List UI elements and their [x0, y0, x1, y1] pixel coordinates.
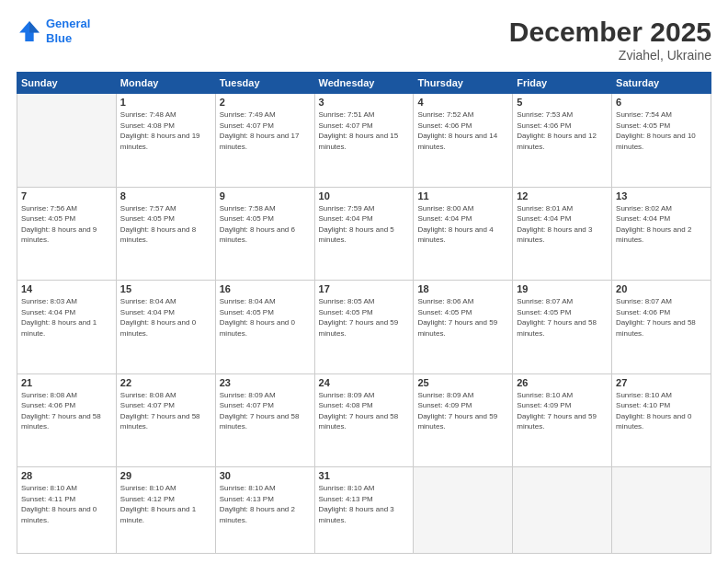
day-number: 8 [120, 190, 211, 201]
day-info: Sunrise: 8:03 AMSunset: 4:04 PMDaylight:… [21, 296, 112, 339]
svg-marker-1 [29, 21, 40, 32]
logo-icon [17, 18, 42, 44]
calendar-cell: 10Sunrise: 7:59 AMSunset: 4:04 PMDayligh… [314, 187, 414, 281]
calendar-cell: 14Sunrise: 8:03 AMSunset: 4:04 PMDayligh… [17, 281, 117, 374]
day-number: 9 [220, 190, 311, 201]
location: Zviahel, Ukraine [509, 48, 711, 63]
calendar-cell: 8Sunrise: 7:57 AMSunset: 4:05 PMDaylight… [116, 187, 215, 281]
day-info: Sunrise: 8:08 AMSunset: 4:06 PMDaylight:… [21, 390, 112, 432]
calendar-cell: 18Sunrise: 8:06 AMSunset: 4:05 PMDayligh… [414, 281, 513, 374]
day-info: Sunrise: 7:53 AMSunset: 4:06 PMDaylight:… [517, 109, 608, 152]
day-info: Sunrise: 8:10 AMSunset: 4:09 PMDaylight:… [517, 390, 608, 432]
day-info: Sunrise: 8:04 AMSunset: 4:04 PMDaylight:… [120, 296, 211, 339]
day-info: Sunrise: 8:05 AMSunset: 4:05 PMDaylight:… [319, 296, 410, 339]
day-number: 1 [120, 97, 211, 108]
calendar-cell: 31Sunrise: 8:10 AMSunset: 4:13 PMDayligh… [314, 467, 414, 554]
calendar-cell: 15Sunrise: 8:04 AMSunset: 4:04 PMDayligh… [116, 281, 215, 374]
day-number: 18 [417, 283, 508, 294]
calendar-cell: 20Sunrise: 8:07 AMSunset: 4:06 PMDayligh… [612, 281, 711, 374]
day-number: 11 [417, 190, 508, 201]
calendar-cell [612, 467, 711, 554]
calendar-week-0: 1Sunrise: 7:48 AMSunset: 4:08 PMDaylight… [17, 94, 711, 188]
calendar-cell [513, 467, 612, 554]
calendar-week-4: 28Sunrise: 8:10 AMSunset: 4:11 PMDayligh… [17, 467, 711, 554]
calendar-cell: 21Sunrise: 8:08 AMSunset: 4:06 PMDayligh… [17, 373, 117, 467]
calendar-cell: 7Sunrise: 7:56 AMSunset: 4:05 PMDaylight… [17, 187, 117, 281]
day-number: 6 [616, 97, 707, 108]
logo-line2: Blue [46, 31, 72, 45]
calendar-cell: 4Sunrise: 7:52 AMSunset: 4:06 PMDaylight… [414, 94, 513, 188]
day-info: Sunrise: 8:09 AMSunset: 4:09 PMDaylight:… [417, 390, 508, 432]
day-number: 5 [517, 97, 608, 108]
day-info: Sunrise: 8:07 AMSunset: 4:06 PMDaylight:… [616, 296, 707, 339]
day-info: Sunrise: 7:49 AMSunset: 4:07 PMDaylight:… [220, 109, 311, 152]
calendar-cell: 13Sunrise: 8:02 AMSunset: 4:04 PMDayligh… [612, 187, 711, 281]
calendar-cell [17, 94, 117, 188]
day-number: 14 [21, 283, 112, 294]
calendar-cell: 17Sunrise: 8:05 AMSunset: 4:05 PMDayligh… [314, 281, 414, 374]
calendar-cell: 3Sunrise: 7:51 AMSunset: 4:07 PMDaylight… [314, 94, 414, 188]
logo-line1: General [46, 17, 90, 30]
header: General Blue December 2025 Zviahel, Ukra… [17, 17, 711, 63]
day-info: Sunrise: 7:52 AMSunset: 4:06 PMDaylight:… [417, 109, 508, 152]
calendar-cell: 30Sunrise: 8:10 AMSunset: 4:13 PMDayligh… [215, 467, 314, 554]
day-number: 7 [21, 190, 112, 201]
day-number: 4 [417, 97, 508, 108]
day-number: 20 [616, 283, 707, 294]
title-block: December 2025 Zviahel, Ukraine [509, 17, 711, 63]
calendar-header-row: SundayMondayTuesdayWednesdayThursdayFrid… [17, 73, 711, 94]
col-header-wednesday: Wednesday [314, 73, 414, 94]
calendar-cell: 24Sunrise: 8:09 AMSunset: 4:08 PMDayligh… [314, 373, 414, 467]
day-info: Sunrise: 8:09 AMSunset: 4:07 PMDaylight:… [220, 390, 311, 432]
day-info: Sunrise: 8:06 AMSunset: 4:05 PMDaylight:… [417, 296, 508, 339]
calendar-cell: 5Sunrise: 7:53 AMSunset: 4:06 PMDaylight… [513, 94, 612, 188]
col-header-sunday: Sunday [17, 73, 117, 94]
col-header-friday: Friday [513, 73, 612, 94]
day-info: Sunrise: 7:59 AMSunset: 4:04 PMDaylight:… [319, 203, 410, 246]
calendar-cell: 27Sunrise: 8:10 AMSunset: 4:10 PMDayligh… [612, 373, 711, 467]
day-number: 17 [319, 283, 410, 294]
day-number: 23 [220, 377, 311, 388]
col-header-thursday: Thursday [414, 73, 513, 94]
page: General Blue December 2025 Zviahel, Ukra… [0, 0, 728, 563]
calendar-week-3: 21Sunrise: 8:08 AMSunset: 4:06 PMDayligh… [17, 373, 711, 467]
day-number: 26 [517, 377, 608, 388]
day-number: 3 [319, 97, 410, 108]
calendar-week-2: 14Sunrise: 8:03 AMSunset: 4:04 PMDayligh… [17, 281, 711, 374]
logo: General Blue [17, 17, 90, 45]
calendar-cell: 11Sunrise: 8:00 AMSunset: 4:04 PMDayligh… [414, 187, 513, 281]
day-number: 16 [220, 283, 311, 294]
col-header-saturday: Saturday [612, 73, 711, 94]
calendar-cell: 19Sunrise: 8:07 AMSunset: 4:05 PMDayligh… [513, 281, 612, 374]
day-number: 28 [21, 470, 112, 481]
day-info: Sunrise: 8:08 AMSunset: 4:07 PMDaylight:… [120, 390, 211, 432]
calendar-cell: 6Sunrise: 7:54 AMSunset: 4:05 PMDaylight… [612, 94, 711, 188]
day-info: Sunrise: 8:04 AMSunset: 4:05 PMDaylight:… [220, 296, 311, 339]
col-header-tuesday: Tuesday [215, 73, 314, 94]
day-number: 12 [517, 190, 608, 201]
day-number: 25 [417, 377, 508, 388]
calendar-cell: 23Sunrise: 8:09 AMSunset: 4:07 PMDayligh… [215, 373, 314, 467]
day-number: 27 [616, 377, 707, 388]
calendar-cell: 9Sunrise: 7:58 AMSunset: 4:05 PMDaylight… [215, 187, 314, 281]
day-info: Sunrise: 7:56 AMSunset: 4:05 PMDaylight:… [21, 203, 112, 246]
calendar-table: SundayMondayTuesdayWednesdayThursdayFrid… [17, 72, 711, 554]
day-info: Sunrise: 8:10 AMSunset: 4:13 PMDaylight:… [319, 483, 410, 525]
day-number: 21 [21, 377, 112, 388]
calendar-cell: 12Sunrise: 8:01 AMSunset: 4:04 PMDayligh… [513, 187, 612, 281]
day-info: Sunrise: 8:10 AMSunset: 4:11 PMDaylight:… [21, 483, 112, 525]
day-info: Sunrise: 8:02 AMSunset: 4:04 PMDaylight:… [616, 203, 707, 246]
calendar-cell: 29Sunrise: 8:10 AMSunset: 4:12 PMDayligh… [116, 467, 215, 554]
day-info: Sunrise: 8:00 AMSunset: 4:04 PMDaylight:… [417, 203, 508, 246]
col-header-monday: Monday [116, 73, 215, 94]
day-number: 24 [319, 377, 410, 388]
day-number: 2 [220, 97, 311, 108]
day-number: 30 [220, 470, 311, 481]
month-title: December 2025 [509, 17, 711, 48]
calendar-week-1: 7Sunrise: 7:56 AMSunset: 4:05 PMDaylight… [17, 187, 711, 281]
day-number: 15 [120, 283, 211, 294]
calendar-cell: 22Sunrise: 8:08 AMSunset: 4:07 PMDayligh… [116, 373, 215, 467]
day-number: 31 [319, 470, 410, 481]
calendar-cell: 16Sunrise: 8:04 AMSunset: 4:05 PMDayligh… [215, 281, 314, 374]
logo-text: General Blue [46, 17, 90, 45]
